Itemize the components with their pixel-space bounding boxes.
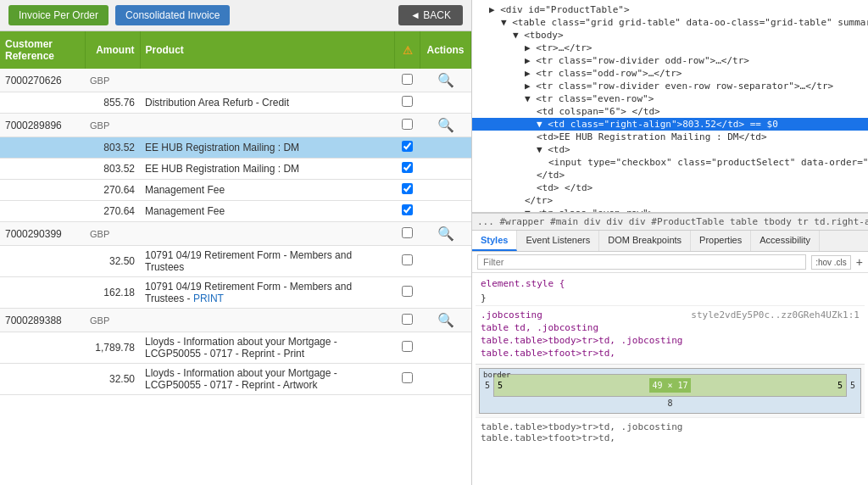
search-button[interactable]: 🔍 [437, 117, 454, 133]
product-cell: 10791 04/19 Retirement Form - Members an… [140, 246, 395, 277]
tree-line[interactable]: ▶ <div id="ProductTable"> [472, 3, 868, 16]
customer-ref-cell: 7000289388 [0, 309, 85, 332]
amount-cell: 162.18 [85, 277, 140, 309]
row-checkbox[interactable] [402, 96, 413, 107]
row-checkbox[interactable] [402, 162, 413, 173]
tree-line[interactable]: <td>EE HUB Registration Mailing : DM</td… [472, 131, 868, 143]
row-checkbox[interactable] [402, 204, 413, 215]
tab-dom-breakpoints[interactable]: DOM Breakpoints [599, 231, 691, 251]
styles-filter-input[interactable] [477, 254, 806, 270]
search-button[interactable]: 🔍 [437, 226, 454, 242]
content-size: 49 × 17 [652, 381, 687, 390]
product-cell [140, 69, 395, 92]
tree-line[interactable]: <td colspan="6"> </td> [472, 105, 868, 118]
amount-cell: 270.64 [85, 201, 140, 222]
customer-ref-cell [0, 201, 85, 222]
product-cell: 10791 04/19 Retirement Form - Members an… [140, 277, 395, 309]
checkbox-cell [395, 137, 420, 159]
product-cell: Distribution Area Refurb - Credit [140, 92, 395, 114]
tab-properties[interactable]: Properties [691, 231, 751, 251]
table-row: 7000270626 GBP 🔍 [0, 69, 471, 92]
tree-line[interactable]: </td> [472, 169, 868, 181]
tree-line[interactable]: ▶ <tr class="odd-row">…</tr> [472, 67, 868, 80]
row-checkbox[interactable] [402, 254, 413, 265]
tree-line[interactable]: ▼ <tbody> [472, 29, 868, 42]
row-checkbox[interactable] [402, 372, 413, 383]
styles-panel: element.style { } .jobcosting style2vdEy… [472, 273, 868, 485]
amount-header: Amount [85, 31, 140, 69]
warning-icon: ⚠ [403, 44, 413, 57]
amount-cell: 1,789.78 [85, 332, 140, 364]
checkbox-cell [395, 364, 420, 395]
consolidated-invoice-button[interactable]: Consolidated Invoice [115, 5, 230, 25]
checkbox-cell [395, 277, 420, 309]
amount-cell: 855.76 [85, 92, 140, 114]
amount-cell: 32.50 [85, 364, 140, 395]
currency-cell: GBP [85, 309, 140, 332]
checkbox-cell [395, 114, 420, 137]
tree-line[interactable]: ▶ <tr class="row-divider even-row row-se… [472, 80, 868, 92]
tree-line[interactable]: ▶ <tr>…</tr> [472, 42, 868, 54]
row-checkbox[interactable] [402, 227, 413, 238]
amount-cell: 803.52 [85, 159, 140, 180]
search-action: 🔍 [420, 222, 471, 246]
row-checkbox[interactable] [402, 183, 413, 194]
code-line: table.table>tbody>tr>td, .jobcosting [481, 421, 860, 432]
tree-line[interactable]: ▶ <tr class="row-divider odd-row">…</tr> [472, 54, 868, 67]
customer-ref-cell [0, 277, 85, 309]
tree-line[interactable]: <td> </td> [472, 181, 868, 194]
table-row: 7000289388 GBP 🔍 [0, 309, 471, 332]
tab-accessibility[interactable]: Accessibility [751, 231, 820, 251]
back-button[interactable]: ◄ BACK [398, 5, 463, 25]
product-cell [140, 222, 395, 246]
checkbox-cell [395, 246, 420, 277]
tab-event-listeners[interactable]: Event Listeners [517, 231, 599, 251]
padding-right-val: 5 [837, 381, 843, 390]
tree-line[interactable]: ▼ <tr class="even-row"> [472, 207, 868, 213]
product-cell: Lloyds - Information about your Mortgage… [140, 332, 395, 364]
row-checkbox[interactable] [402, 341, 413, 352]
row-checkbox[interactable] [402, 314, 413, 325]
search-action: 🔍 [420, 309, 471, 332]
tab-styles[interactable]: Styles [472, 231, 517, 251]
tree-line[interactable]: ▼ <td> [472, 143, 868, 156]
devtools-tabs: StylesEvent ListenersDOM BreakpointsProp… [472, 231, 868, 252]
tree-line[interactable]: ▼ <tr class="even-row"> [472, 92, 868, 105]
tree-line[interactable]: ▼ <table class="grid grid-table" data-oo… [472, 16, 868, 29]
breadcrumb: ... #wrapper #main div div div #ProductT… [472, 213, 868, 231]
table-row: 270.64 Management Fee [0, 180, 471, 201]
css-rule: table td, .jobcosting [481, 322, 860, 333]
search-action: 🔍 [420, 69, 471, 92]
css-rule: .jobcosting style2vdEy5P0c..zz0GReh4UZk1… [481, 309, 860, 321]
box-model-content: 49 × 17 [649, 378, 690, 393]
tree-line[interactable]: <input type="checkbox" class="productSel… [472, 156, 868, 169]
hov-cls-button[interactable]: :hov .cls [811, 255, 851, 270]
product-cell [140, 309, 395, 332]
row-checkbox[interactable] [402, 286, 413, 297]
table-row: 32.50 Lloyds - Information about your Mo… [0, 364, 471, 395]
actions-cell [420, 201, 471, 222]
search-action: 🔍 [420, 114, 471, 137]
search-button[interactable]: 🔍 [437, 72, 454, 88]
currency-cell: GBP [85, 222, 140, 246]
actions-cell [420, 246, 471, 277]
search-button[interactable]: 🔍 [437, 312, 454, 328]
add-style-button[interactable]: + [856, 255, 863, 269]
customer-ref-cell: 7000289896 [0, 114, 85, 137]
checkbox-cell [395, 201, 420, 222]
dom-tree[interactable]: ▶ <div id="ProductTable">▼ <table class=… [472, 0, 868, 213]
table-row: 270.64 Management Fee [0, 201, 471, 222]
actions-cell [420, 364, 471, 395]
row-checkbox[interactable] [402, 119, 413, 130]
table-style-code: table.table>tbody>tr>td, .jobcosting tab… [481, 421, 860, 443]
product-link[interactable]: PRINT [193, 293, 224, 304]
row-checkbox[interactable] [402, 74, 413, 85]
invoice-per-order-button[interactable]: Invoice Per Order [8, 5, 108, 25]
tree-line[interactable]: </tr> [472, 194, 868, 207]
element-style-rule: element.style { [476, 276, 865, 291]
checkbox-cell [395, 69, 420, 92]
devtools-panel: ▶ <div id="ProductTable">▼ <table class=… [472, 0, 868, 485]
tree-line[interactable]: ▼ <td class="right-align">803.52</td> ==… [472, 118, 868, 131]
product-header: Product [140, 31, 395, 69]
row-checkbox[interactable] [402, 141, 413, 152]
